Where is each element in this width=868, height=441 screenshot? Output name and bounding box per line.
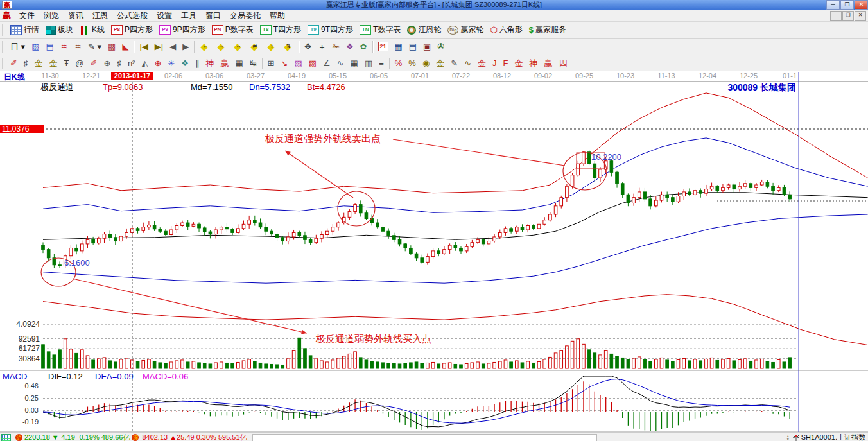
gold-split-2-button[interactable]: 金 xyxy=(46,56,60,71)
pen-line-button[interactable]: ✎ xyxy=(448,56,460,71)
nine-line-chart-button[interactable]: ♒ xyxy=(71,39,84,55)
ying-tool-button[interactable]: 赢 xyxy=(218,56,231,71)
f-angle-button[interactable]: F xyxy=(501,56,511,71)
menu-item-8[interactable]: 交易委托 xyxy=(225,10,265,21)
toolbar-button-江恩轮[interactable]: 江恩轮 xyxy=(404,22,444,38)
shen-tool-button[interactable]: 神 xyxy=(203,56,216,71)
menu-item-0[interactable]: 文件 xyxy=(15,10,39,21)
mdi-close-button[interactable]: ✕ xyxy=(855,11,866,21)
menu-item-7[interactable]: 窗口 xyxy=(201,10,225,21)
gann-box-2-button[interactable]: ▧ xyxy=(306,56,319,71)
speed-lines-button[interactable]: ≡ xyxy=(376,56,386,71)
hand-tool-button[interactable]: ✥ xyxy=(302,39,314,55)
status-input-field[interactable] xyxy=(252,434,597,441)
j-angle-button[interactable]: J xyxy=(490,56,499,71)
box-tool-button[interactable]: ⊞ xyxy=(265,56,277,71)
angle-brush-button[interactable]: ✐ xyxy=(88,56,100,71)
kline-window-button[interactable]: ▨ xyxy=(29,39,42,55)
toolbar-button-赢家服务[interactable]: $赢家服务 xyxy=(526,22,569,38)
gold-circle-button[interactable]: ◉ xyxy=(420,56,432,71)
toolbar-button-P四方形[interactable]: P8P四方形 xyxy=(108,22,155,38)
menu-item-5[interactable]: 设置 xyxy=(152,10,177,21)
square-numbers-button[interactable]: n² xyxy=(125,56,138,71)
gann-circle-button[interactable]: ⊕ xyxy=(101,56,113,71)
toolbar-button-9P四方形[interactable]: P99P四方形 xyxy=(157,22,208,38)
menu-item-4[interactable]: 公式选股 xyxy=(112,10,152,21)
gann-arrow-uds-button[interactable]: ◆⇅ xyxy=(281,39,296,55)
chart-area[interactable]: 11-3012-212013-01-1702-0603-0603-2704-19… xyxy=(0,71,868,433)
toolbar-button-六角形[interactable]: ⬡六角形 xyxy=(487,22,525,38)
menu-item-3[interactable]: 江恩 xyxy=(88,10,112,21)
gold-levels-button[interactable]: 金 xyxy=(433,56,447,71)
close-button[interactable]: ✕ xyxy=(855,0,868,10)
matrix-1-button[interactable]: ▦ xyxy=(348,56,361,71)
mirror-tool-button[interactable]: ◭ xyxy=(139,56,150,71)
first-bar-button[interactable]: |◀ xyxy=(137,39,150,55)
toolbar-button-T四方形[interactable]: T8T四方形 xyxy=(257,22,304,38)
wave-tool-button[interactable]: ∿ xyxy=(334,56,347,71)
quote-grid-icon[interactable] xyxy=(1,434,11,441)
network-button[interactable]: ✇ xyxy=(435,39,447,55)
mdi-restore-button[interactable]: ❐ xyxy=(842,11,854,21)
price-grid-button[interactable]: ▦ xyxy=(232,56,245,71)
pattern-window-button[interactable]: ▩ xyxy=(105,39,118,55)
ying-angle-button[interactable]: 赢 xyxy=(542,56,555,71)
last-bar-button[interactable]: ▶| xyxy=(152,39,166,55)
calculator-button[interactable]: ▦ xyxy=(392,39,405,55)
jin-angle-button[interactable]: 金 xyxy=(512,56,526,71)
flag-tool-button[interactable]: ◣ xyxy=(119,39,131,55)
toolbar-button-赢家轮[interactable]: Big赢家轮 xyxy=(445,22,486,38)
gann-arrow-left-button[interactable]: ◆← xyxy=(197,39,213,55)
menu-item-6[interactable]: 工具 xyxy=(177,10,201,21)
percent-line-button[interactable]: % xyxy=(392,56,405,71)
period-day-dropdown-button[interactable]: 日 ▾ xyxy=(8,39,28,55)
angle-line-button[interactable]: ∠ xyxy=(320,56,333,71)
fib-tool-button[interactable]: Ŧ xyxy=(61,56,71,71)
calendar-button[interactable]: 21 xyxy=(376,39,391,55)
cycle-wave-button[interactable]: ∿ xyxy=(462,56,474,71)
gann-arrow-ud-button[interactable]: ◆↕ xyxy=(264,39,279,55)
toolbar-button-P数字表[interactable]: PNP数字表 xyxy=(209,22,256,38)
kline-chart-canvas[interactable]: 11-3012-212013-01-1702-0603-0603-2704-19… xyxy=(0,71,868,433)
toolbar-button-行情[interactable]: 行情 xyxy=(8,22,42,38)
web-grid-button[interactable]: ❖ xyxy=(178,56,191,71)
brush-button[interactable]: ✐ xyxy=(8,56,20,71)
report-window-button[interactable]: ▤ xyxy=(43,39,56,55)
toolbar-button-板块[interactable]: 板块 xyxy=(43,22,76,38)
minimize-button[interactable]: ─ xyxy=(826,0,840,10)
matrix-2-button[interactable]: ▥ xyxy=(362,56,375,71)
shape-tool-1-button[interactable]: ❖ xyxy=(343,39,356,55)
toolbar-button-9T四方形[interactable]: T99T四方形 xyxy=(305,22,356,38)
gann-arrow-swap-button[interactable]: ◆⇄ xyxy=(247,39,263,55)
cut-tool-button[interactable]: ✁ xyxy=(330,39,342,55)
span-tool-button[interactable]: ↹ xyxy=(247,56,259,71)
gann-arrow-lr-button[interactable]: ◆↔ xyxy=(230,39,246,55)
next-bar-button[interactable]: ▶ xyxy=(180,39,191,55)
mdi-minimize-button[interactable]: ─ xyxy=(830,11,842,21)
percent-retrace-button[interactable]: % xyxy=(406,56,419,71)
gold-split-1-button[interactable]: 金 xyxy=(31,56,45,71)
menu-item-9[interactable]: 帮助 xyxy=(265,10,290,21)
toolbar-button-K线[interactable]: K线 xyxy=(77,22,107,38)
target-circle-button[interactable]: ⊕ xyxy=(152,56,164,71)
menu-item-2[interactable]: 资讯 xyxy=(64,10,88,21)
save-layout-button[interactable]: ▣ xyxy=(421,39,433,55)
prev-bar-button[interactable]: ◀ xyxy=(167,39,178,55)
ray-fan-button[interactable]: ↘ xyxy=(279,56,291,71)
maximize-button[interactable]: ❐ xyxy=(840,0,854,10)
shen-angle-button[interactable]: 神 xyxy=(527,56,541,71)
parallel-lines-button[interactable]: ∥ xyxy=(193,56,202,71)
gann-box-1-button[interactable]: ▨ xyxy=(291,56,304,71)
shape-tool-2-button[interactable]: ✿ xyxy=(358,39,370,55)
grid-lines-button[interactable]: ♯ xyxy=(21,56,31,71)
notes-button[interactable]: ▤ xyxy=(406,39,419,55)
draw-dropdown-button[interactable]: ✎ ▾ xyxy=(85,39,104,55)
si-angle-button[interactable]: 四 xyxy=(557,56,570,71)
gann-arrow-right-button[interactable]: ◆→ xyxy=(214,39,229,55)
three-line-chart-button[interactable]: ♒ xyxy=(58,39,71,55)
menu-item-1[interactable]: 浏览 xyxy=(39,10,64,21)
gold-angle-button[interactable]: 金 xyxy=(475,56,489,71)
star-grid-button[interactable]: ✳ xyxy=(165,56,177,71)
crosshair-tool-button[interactable]: ＋ xyxy=(315,39,329,55)
time-grid-button[interactable]: ♯ xyxy=(114,56,124,71)
